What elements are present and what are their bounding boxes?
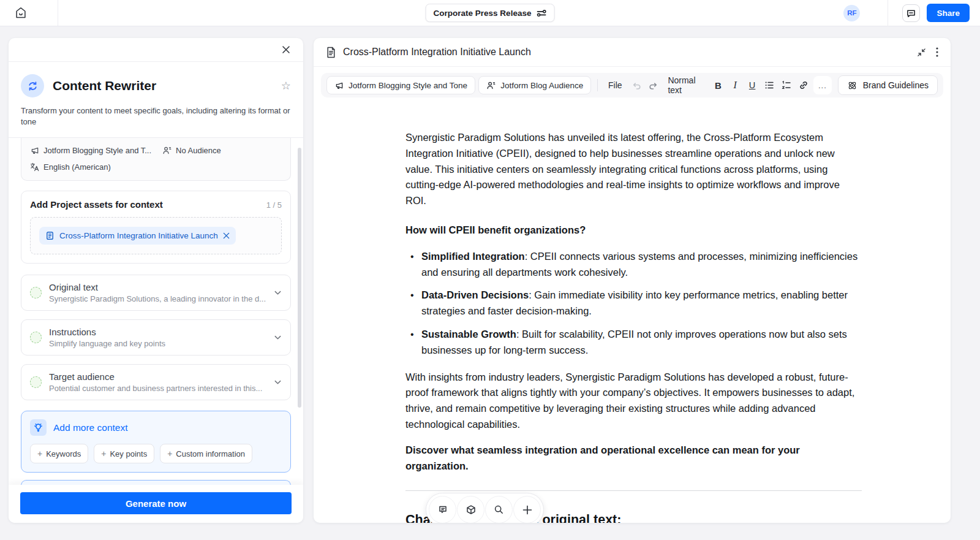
comments-button[interactable]: [902, 4, 920, 22]
chevron-down-icon[interactable]: [274, 289, 282, 297]
content-divider: [405, 490, 862, 491]
more-options-button[interactable]: ...: [813, 76, 831, 94]
status-dot-icon: [30, 332, 42, 343]
plus-icon: +: [167, 449, 172, 458]
add-more-context-card: Add more context + Keywords + Key points…: [21, 411, 291, 473]
underline-button[interactable]: U: [745, 77, 760, 94]
bullet-list-icon[interactable]: [763, 77, 777, 94]
add-keywords-button[interactable]: + Keywords: [30, 444, 88, 463]
toolbar-separator: [597, 79, 598, 91]
favorite-star-icon[interactable]: ☆: [281, 79, 291, 93]
avatar[interactable]: RF: [843, 5, 860, 21]
benefit-list: Simplified Integration: CPEII connects v…: [405, 249, 862, 359]
asset-chip-label: Cross-Platform Integration Initiative La…: [59, 231, 218, 240]
cube-icon: [465, 504, 477, 516]
next-card-partial: [21, 480, 291, 485]
content-rewriter-icon: [21, 74, 44, 97]
list-item: Data-Driven Decisions: Gain immediate vi…: [410, 287, 862, 319]
brand-knot-icon: [847, 80, 858, 91]
assets-heading: Add Project assets for context: [30, 199, 266, 210]
field-target-audience[interactable]: Target audience Potential customer and b…: [21, 364, 291, 400]
redo-icon[interactable]: [646, 77, 660, 94]
kebab-menu-icon[interactable]: [936, 47, 938, 57]
close-icon: [282, 45, 290, 54]
style-tone-pill[interactable]: Jotform Blogging Style and Tone: [326, 76, 475, 94]
list-item-lead: Sustainable Growth: [421, 329, 516, 340]
sliders-icon: [536, 8, 546, 18]
plus-icon: [522, 504, 533, 515]
audience-setting-label: No Audience: [176, 146, 221, 155]
search-icon: [493, 504, 505, 515]
numbered-list-icon[interactable]: [779, 77, 793, 94]
style-setting[interactable]: Jotform Blogging Style and T...: [30, 146, 151, 155]
topbar-divider: [888, 0, 888, 26]
assets-count: 1 / 5: [266, 200, 282, 210]
style-tone-pill-label: Jotform Blogging Style and Tone: [349, 81, 467, 90]
add-custom-information-label: Custom information: [176, 449, 245, 458]
share-button[interactable]: Share: [927, 4, 970, 22]
audience-setting[interactable]: No Audience: [162, 146, 221, 155]
remove-asset-icon[interactable]: [223, 232, 230, 239]
plus-icon: +: [37, 449, 42, 458]
field-value: Synergistic Paradigm Solutions, a leadin…: [49, 294, 266, 303]
document-icon: [326, 47, 336, 58]
document-title: Cross-Platform Integration Initiative La…: [343, 47, 910, 58]
audience-pill[interactable]: Jotform Blog Audience: [478, 76, 591, 94]
list-item-lead: Data-Driven Decisions: [421, 289, 529, 300]
brand-guidelines-button[interactable]: Brand Guidelines: [838, 75, 938, 95]
section-heading: How will CPEII benefit organizations?: [405, 222, 862, 238]
status-dot-icon: [30, 376, 42, 388]
document-icon: [45, 231, 55, 240]
field-original-text[interactable]: Original text Synergistic Paradigm Solut…: [21, 275, 291, 311]
list-item-lead: Simplified Integration: [421, 251, 525, 262]
add-key-points-button[interactable]: + Key points: [94, 444, 154, 463]
field-value: Potential customer and business partners…: [49, 384, 266, 393]
file-menu[interactable]: File: [604, 80, 627, 90]
panel-scrollbar[interactable]: [298, 148, 301, 408]
add-keywords-label: Keywords: [46, 449, 81, 458]
document-header: Cross-Platform Integration Initiative La…: [314, 38, 951, 67]
italic-button[interactable]: I: [728, 77, 742, 94]
paragraph: Synergistic Paradigm Solutions has unvei…: [405, 130, 862, 209]
status-dot-icon: [30, 287, 42, 299]
megaphone-icon: [334, 81, 344, 90]
language-setting[interactable]: English (American): [30, 162, 111, 172]
plus-icon: +: [101, 449, 106, 458]
style-setting-label: Jotform Blogging Style and T...: [43, 146, 151, 155]
collapse-icon[interactable]: [917, 48, 926, 57]
undo-icon[interactable]: [630, 77, 644, 94]
audience-icon: [162, 146, 172, 155]
brand-guidelines-label: Brand Guidelines: [863, 80, 929, 90]
close-panel-button[interactable]: [279, 42, 293, 57]
add-more-context-toggle[interactable]: Add more context: [30, 419, 282, 436]
asset-chip[interactable]: Cross-Platform Integration Initiative La…: [39, 227, 236, 245]
field-value: Simplify language and key points: [49, 339, 266, 348]
lightbulb-icon: [30, 419, 47, 436]
generate-now-button[interactable]: Generate now: [20, 492, 292, 514]
search-tool-button[interactable]: [485, 496, 513, 523]
comments-tool-button[interactable]: [429, 496, 456, 523]
home-button[interactable]: [0, 0, 58, 26]
bold-button[interactable]: B: [711, 77, 725, 94]
add-more-context-label: Add more context: [53, 422, 127, 433]
translate-icon: [30, 162, 39, 172]
panel-footer: Generate now: [9, 485, 303, 523]
document-switcher-button[interactable]: Corporate Press Release: [426, 4, 555, 22]
chevron-down-icon[interactable]: [274, 378, 282, 386]
add-custom-information-button[interactable]: + Custom information: [160, 444, 252, 463]
add-tool-button[interactable]: [513, 496, 541, 523]
assets-tool-button[interactable]: [457, 496, 484, 523]
paragraph: With insights from industry leaders, Syn…: [405, 370, 862, 433]
list-item: Simplified Integration: CPEII connects v…: [410, 249, 862, 281]
link-icon[interactable]: [796, 77, 810, 94]
avatar-initials: RF: [847, 9, 856, 17]
assets-dropzone[interactable]: Cross-Platform Integration Initiative La…: [30, 217, 282, 254]
chevron-down-icon[interactable]: [274, 333, 282, 341]
field-instructions[interactable]: Instructions Simplify language and key p…: [21, 319, 291, 356]
home-icon: [14, 6, 28, 20]
field-label: Target audience: [49, 371, 266, 382]
top-bar: Corporate Press Release RF Share: [0, 0, 980, 26]
panel-title: Content Rewriter: [53, 78, 273, 93]
document-body[interactable]: Synergistic Paradigm Solutions has unvei…: [314, 97, 951, 523]
paragraph-style-dropdown[interactable]: Normal text: [663, 75, 708, 95]
